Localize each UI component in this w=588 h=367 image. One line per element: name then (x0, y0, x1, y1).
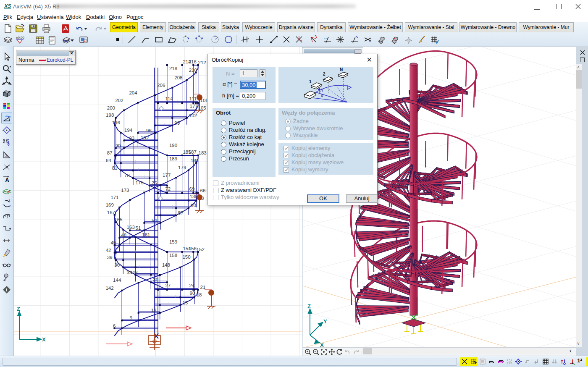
svg-text:171: 171 (110, 195, 118, 200)
svg-text:161: 161 (142, 232, 150, 237)
svg-text:1: 1 (309, 79, 312, 84)
svg-text:152: 152 (197, 247, 205, 252)
svg-text:177: 177 (190, 104, 198, 109)
svg-text:190: 190 (169, 143, 177, 148)
svg-text:9: 9 (130, 315, 132, 320)
svg-text:179: 179 (178, 165, 186, 170)
svg-text:163: 163 (127, 225, 135, 230)
svg-text:33: 33 (127, 270, 132, 275)
svg-text:39: 39 (107, 255, 113, 260)
svg-text:181: 181 (191, 158, 199, 163)
svg-text:99: 99 (174, 121, 180, 126)
svg-text:204: 204 (129, 90, 137, 95)
svg-text:216: 216 (189, 59, 197, 64)
svg-text:N: N (340, 67, 343, 72)
svg-text:198: 198 (106, 113, 114, 118)
svg-text:30: 30 (153, 277, 158, 282)
svg-text:167: 167 (107, 210, 115, 215)
svg-text:51: 51 (136, 225, 141, 231)
svg-text:72: 72 (165, 186, 171, 191)
svg-text:2: 2 (323, 72, 326, 76)
svg-text:i: i (6, 287, 7, 292)
svg-text:A: A (5, 177, 9, 184)
svg-text:X: X (320, 342, 324, 347)
svg-text:200: 200 (107, 105, 115, 110)
svg-text:α: α (321, 93, 323, 98)
svg-text:6: 6 (113, 323, 116, 328)
svg-text:111: 111 (189, 96, 197, 101)
svg-text:148: 148 (162, 262, 170, 267)
svg-text:96: 96 (146, 128, 152, 133)
svg-text:15: 15 (182, 300, 188, 305)
svg-text:218: 218 (169, 66, 177, 71)
svg-text:159: 159 (169, 239, 177, 244)
svg-text:18: 18 (197, 292, 202, 297)
svg-text:21: 21 (200, 285, 206, 290)
svg-text:177: 177 (163, 173, 171, 178)
svg-text:66: 66 (200, 188, 206, 193)
svg-text:12: 12 (151, 308, 157, 313)
svg-text:90: 90 (115, 143, 121, 148)
svg-text:Y: Y (323, 318, 327, 325)
svg-text:206: 206 (157, 83, 165, 88)
svg-text:3: 3 (3, 203, 5, 207)
svg-text:X5: X5 (4, 3, 11, 9)
svg-text:102: 102 (189, 113, 197, 118)
svg-text:150: 150 (182, 254, 190, 260)
svg-text:1: 1 (8, 199, 10, 202)
svg-text:h: h (320, 88, 323, 93)
svg-text:±0.00: ±0.00 (16, 36, 25, 39)
svg-text:93: 93 (129, 136, 134, 141)
svg-text:173: 173 (121, 188, 129, 193)
svg-text:183: 183 (199, 150, 207, 155)
svg-text:208: 208 (174, 75, 182, 80)
svg-text:156: 156 (189, 246, 197, 251)
svg-text:X: X (42, 336, 46, 343)
svg-text:2: 2 (9, 204, 11, 208)
svg-text:142: 142 (105, 286, 113, 291)
svg-text:169: 169 (106, 202, 114, 207)
svg-text:175: 175 (136, 180, 144, 185)
svg-text:57: 57 (178, 210, 184, 215)
svg-text:24: 24 (189, 283, 195, 288)
svg-text:54: 54 (152, 218, 157, 223)
svg-text:42: 42 (106, 248, 111, 253)
svg-text:158: 158 (169, 253, 177, 258)
svg-text:69: 69 (189, 186, 195, 191)
svg-text:194: 194 (124, 128, 133, 133)
svg-text:81: 81 (112, 165, 118, 170)
svg-text:165: 165 (114, 217, 122, 222)
svg-text:Z: Z (307, 303, 311, 309)
svg-text:Z: Z (17, 306, 20, 312)
svg-text:36: 36 (114, 262, 120, 267)
svg-text:196: 196 (112, 120, 120, 125)
svg-text:202: 202 (115, 98, 123, 103)
svg-text:87: 87 (107, 150, 113, 155)
svg-text:192: 192 (141, 135, 149, 140)
svg-text:84: 84 (106, 158, 111, 163)
svg-text:27: 27 (165, 283, 171, 288)
svg-text:45: 45 (110, 240, 116, 245)
svg-text:212: 212 (198, 60, 206, 65)
svg-text:75: 75 (152, 181, 157, 186)
svg-text:187: 187 (189, 149, 197, 155)
svg-text:48: 48 (121, 233, 126, 238)
svg-text:90: 90 (190, 291, 195, 296)
svg-text:78: 78 (124, 173, 130, 178)
svg-text:135: 135 (190, 194, 198, 199)
svg-text:144: 144 (113, 278, 121, 283)
svg-text:114: 114 (165, 96, 173, 101)
svg-text:189: 189 (169, 156, 177, 161)
svg-text:210: 210 (189, 68, 197, 73)
svg-text:60: 60 (191, 203, 196, 208)
